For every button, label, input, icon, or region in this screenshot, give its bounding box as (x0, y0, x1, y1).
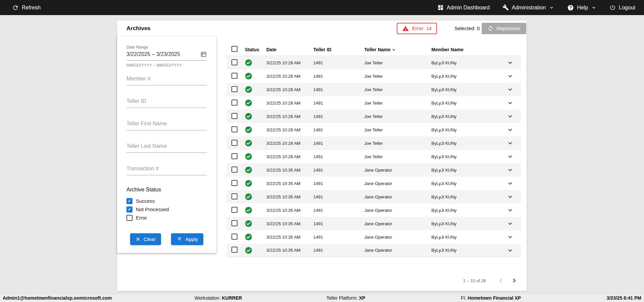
table-row[interactable]: 3/22/25 10:35 AM 1491 Jane Operator ByLy… (227, 203, 521, 217)
table-row[interactable]: 3/22/25 10:28 AM 1491 Joe Teller ByLyJl … (227, 150, 521, 163)
row-member-name: ByLyJl KUNy (431, 154, 499, 159)
row-date: 3/22/25 10:35 AM (266, 248, 313, 253)
clear-label: Clear (144, 236, 156, 242)
table-row[interactable]: 3/22/25 10:35 AM 1491 Jane Operator ByLy… (227, 163, 521, 177)
table-row[interactable]: 3/22/25 10:28 AM 1491 Joe Teller ByLyJl … (227, 56, 521, 69)
previous-page-button[interactable] (496, 276, 505, 285)
row-teller-id: 1491 (313, 221, 364, 226)
row-checkbox[interactable] (231, 100, 237, 106)
expand-row-button[interactable] (499, 72, 521, 80)
refresh-label: Refresh (22, 5, 41, 11)
status-option-label: Success (136, 198, 155, 204)
row-checkbox[interactable] (231, 113, 237, 119)
expand-row-button[interactable] (499, 112, 521, 120)
table-row[interactable]: 3/22/25 10:28 AM 1491 Joe Teller ByLyJl … (227, 110, 521, 123)
date-column-header[interactable]: Date (266, 47, 313, 52)
row-checkbox[interactable] (231, 247, 237, 253)
member-number-input[interactable] (126, 76, 207, 85)
member-name-column-header[interactable]: Member Name (431, 47, 499, 52)
success-status-icon (245, 233, 252, 241)
table-row[interactable]: 3/22/25 10:28 AM 1491 Joe Teller ByLyJl … (227, 69, 521, 83)
row-checkbox[interactable] (231, 86, 237, 92)
row-checkbox[interactable] (231, 140, 237, 146)
error-count-label: Error: 14 (412, 25, 432, 31)
expand-row-button[interactable] (499, 126, 521, 134)
select-all-checkbox[interactable] (231, 46, 237, 52)
table-row[interactable]: 3/22/25 10:35 AM 1491 Jane Operator ByLy… (227, 177, 521, 190)
row-teller-id: 1491 (313, 60, 364, 65)
table-row[interactable]: 3/22/25 10:28 AM 1491 Joe Teller ByLyJl … (227, 123, 521, 136)
refresh-button[interactable]: Refresh (12, 4, 41, 11)
status-filter-checkbox[interactable] (126, 206, 132, 213)
apply-button[interactable]: Apply (171, 233, 204, 245)
expand-row-button[interactable] (499, 233, 521, 241)
status-filter-option[interactable]: Not Processed (126, 205, 207, 214)
row-checkbox[interactable] (231, 193, 237, 199)
row-checkbox[interactable] (231, 207, 237, 213)
error-filter-button[interactable]: Error: 14 (397, 23, 437, 34)
status-filter-checkbox[interactable] (126, 215, 132, 221)
clear-button[interactable]: Clear (130, 233, 161, 245)
status-filter-checkbox[interactable] (126, 198, 132, 204)
teller-first-name-input[interactable] (126, 121, 207, 130)
teller-id-input[interactable] (126, 98, 207, 108)
row-checkbox[interactable] (231, 153, 237, 159)
row-date: 3/22/25 10:28 AM (266, 74, 313, 79)
row-teller-name: Jane Operator (364, 168, 431, 173)
row-checkbox[interactable] (231, 180, 237, 186)
administration-menu[interactable]: Administration (502, 4, 554, 11)
status-filter-option[interactable]: Error (126, 214, 207, 222)
row-checkbox[interactable] (231, 73, 237, 79)
table-row[interactable]: 3/22/25 10:28 AM 1491 Joe Teller ByLyJl … (227, 83, 521, 96)
expand-row-button[interactable] (499, 99, 521, 107)
table-row[interactable]: 3/22/25 10:35 AM 1491 Jane Operator ByLy… (227, 230, 521, 244)
status-filter-option[interactable]: Success (126, 197, 207, 205)
success-status-icon (245, 59, 252, 66)
table-row[interactable]: 3/22/25 10:35 AM 1491 Jane Operator ByLy… (227, 217, 521, 230)
expand-row-icon (506, 139, 514, 147)
reprocess-button[interactable]: Reprocess (482, 23, 526, 34)
row-checkbox[interactable] (231, 126, 237, 132)
archive-status-list: Success Not Processed Error (126, 197, 207, 222)
reprocess-label: Reprocess (496, 25, 521, 31)
success-status-icon (245, 166, 252, 174)
calendar-icon[interactable] (200, 51, 207, 58)
statusbar: Admin1@hometownfinancialxp.onmicrosoft.c… (0, 293, 644, 302)
row-checkbox[interactable] (231, 59, 237, 65)
expand-row-button[interactable] (499, 246, 521, 254)
row-teller-id: 1491 (313, 127, 364, 132)
next-page-button[interactable] (509, 276, 519, 285)
expand-row-icon (506, 220, 514, 228)
row-checkbox[interactable] (231, 234, 237, 240)
row-member-name: ByLyJl KUNy (431, 235, 499, 240)
table-row[interactable]: 3/22/25 10:35 AM 1491 Jane Operator ByLy… (227, 190, 521, 203)
expand-row-button[interactable] (499, 139, 521, 147)
row-checkbox[interactable] (231, 167, 237, 173)
archives-toolbar: Archives Error: 14 Selected: 0 Reprocess (117, 20, 527, 36)
row-teller-name: Jane Operator (364, 194, 431, 199)
expand-row-button[interactable] (499, 85, 521, 94)
teller-name-column-header[interactable]: Teller Name (364, 47, 431, 52)
expand-row-button[interactable] (499, 193, 521, 201)
teller-id-column-header[interactable]: Teller ID (313, 47, 364, 52)
expand-row-button[interactable] (499, 220, 521, 228)
expand-row-button[interactable] (499, 153, 521, 161)
table-row[interactable]: 3/22/25 10:28 AM 1491 Joe Teller ByLyJl … (227, 136, 521, 150)
expand-row-button[interactable] (499, 166, 521, 174)
table-row[interactable]: 3/22/25 10:35 AM 1491 Jane Operator ByLy… (227, 244, 521, 257)
teller-last-name-input[interactable] (126, 143, 207, 153)
table-row[interactable]: 3/22/25 10:28 AM 1491 Joe Teller ByLyJl … (227, 96, 521, 110)
date-range-input[interactable] (126, 51, 194, 57)
pagination-range-label: 1 – 15 of 28 (463, 278, 486, 283)
logout-button[interactable]: Logout (609, 4, 635, 11)
transaction-number-input[interactable] (126, 166, 207, 175)
expand-row-button[interactable] (499, 179, 521, 187)
row-checkbox[interactable] (231, 220, 237, 226)
chevron-left-icon (497, 277, 505, 285)
help-menu[interactable]: Help (567, 4, 597, 11)
status-column-header[interactable]: Status (242, 47, 266, 52)
expand-row-button[interactable] (499, 206, 521, 214)
expand-row-button[interactable] (499, 59, 521, 67)
admin-dashboard-button[interactable]: Admin Dashboard (437, 4, 490, 11)
expand-row-icon (506, 246, 514, 254)
